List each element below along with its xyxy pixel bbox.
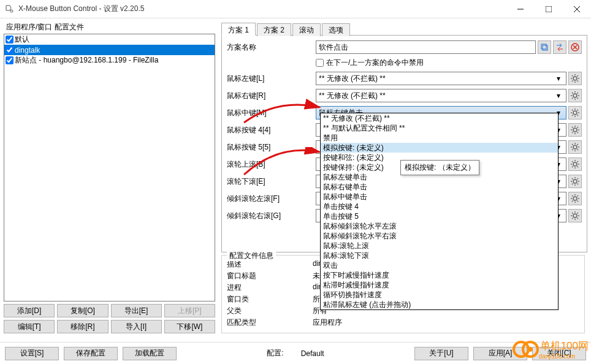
svg-line-72 (578, 178, 579, 180)
remove-button[interactable]: 移除[R] (57, 320, 108, 333)
profile-item[interactable]: 默认 (4, 34, 215, 45)
profile-label: 新站点 - huangbo@192.168.1.199 - FileZilla (15, 55, 158, 66)
load-config-button[interactable]: 加载配置 (123, 347, 177, 360)
svg-line-33 (572, 110, 573, 111)
dropdown-item[interactable]: 单击按键 4 (321, 202, 558, 211)
info-label: 父类 (227, 306, 313, 316)
gear-icon[interactable] (568, 123, 582, 137)
dropdown-item[interactable]: 单击按键 5 (321, 211, 558, 221)
svg-line-54 (578, 144, 579, 145)
maximize-button[interactable] (535, 0, 563, 18)
save-config-button[interactable]: 保存配置 (64, 347, 118, 360)
gear-icon[interactable] (568, 106, 582, 119)
profile-label: dingtalk (15, 46, 40, 55)
dropdown-item[interactable]: 粘滞时减慢指针速度 (321, 280, 558, 290)
mouse-label-6: 滚轮下滚[E] (227, 176, 316, 187)
svg-rect-2 (546, 6, 552, 12)
svg-point-82 (573, 214, 577, 218)
tab-2[interactable]: 滚动 (292, 23, 321, 36)
chevron-down-icon: ▾ (554, 91, 563, 100)
app-icon (5, 4, 15, 14)
profile-item[interactable]: 新站点 - huangbo@192.168.1.199 - FileZilla (4, 55, 215, 66)
svg-line-25 (578, 98, 579, 99)
svg-line-42 (572, 127, 573, 128)
import-button[interactable]: 导入[I] (111, 320, 162, 333)
dropdown-item[interactable]: 鼠标倾斜滚轮水平右滚 (321, 231, 558, 241)
add-button[interactable]: 添加[D] (4, 304, 55, 317)
dropdown-item[interactable]: 鼠标倾斜滚轮水平左滚 (321, 221, 558, 231)
window-title: X-Mouse Button Control - 设置 v2.20.5 (18, 4, 506, 14)
svg-line-62 (572, 167, 573, 168)
svg-line-90 (578, 213, 579, 214)
mouse-label-2: 鼠标中键[M] (227, 108, 316, 118)
delete-scheme-icon[interactable] (568, 40, 582, 54)
gear-icon[interactable] (568, 72, 582, 85)
tabs: 方案 1方案 2滚动选项 (221, 22, 587, 36)
scheme-name-input[interactable] (316, 40, 536, 54)
mouse-combo-0[interactable]: ** 无修改 (不拦截) **▾ (316, 72, 566, 85)
edit-button[interactable]: 编辑[T] (4, 320, 55, 333)
svg-line-89 (572, 218, 573, 219)
dropdown-item[interactable]: 鼠标:滚轮上滚 (321, 241, 558, 251)
tab-0[interactable]: 方案 1 (221, 23, 256, 36)
minimize-button[interactable] (506, 0, 535, 18)
svg-point-28 (573, 111, 577, 115)
dropdown-item[interactable]: 模拟按键: (未定义) (321, 143, 558, 153)
gear-icon[interactable] (568, 140, 582, 154)
gear-icon[interactable] (568, 89, 582, 102)
disable-in-next-prev-checkbox[interactable] (316, 59, 324, 67)
swap-scheme-icon[interactable] (553, 40, 566, 54)
profile-label: 默认 (15, 34, 29, 45)
tooltip: 模拟按键: （未定义） (400, 160, 479, 175)
profile-checkbox[interactable] (6, 56, 13, 64)
gear-icon[interactable] (568, 192, 582, 205)
close-button[interactable] (563, 0, 591, 18)
svg-line-61 (578, 167, 579, 168)
copy-scheme-icon[interactable] (538, 40, 551, 54)
svg-line-81 (578, 195, 579, 197)
profile-list[interactable]: 默认dingtalk新站点 - huangbo@192.168.1.199 - … (4, 34, 215, 301)
info-label: 窗口标题 (227, 271, 313, 281)
svg-line-79 (578, 201, 579, 202)
dropdown-item[interactable]: 禁用 (321, 133, 558, 143)
svg-line-53 (572, 150, 573, 151)
svg-line-45 (578, 127, 579, 128)
dropdown-item[interactable]: 循环切换指针速度 (321, 290, 558, 300)
svg-point-37 (573, 128, 577, 132)
dropdown-item[interactable]: 鼠标右键单击 (321, 182, 558, 192)
tab-3[interactable]: 选项 (322, 23, 350, 36)
config-value: Default (301, 349, 324, 358)
profile-item[interactable]: dingtalk (4, 45, 215, 55)
mouse-label-0: 鼠标左键[L] (227, 74, 316, 84)
settings-button[interactable]: 设置[S] (5, 347, 59, 360)
tab-1[interactable]: 方案 2 (257, 23, 291, 36)
gear-icon[interactable] (568, 157, 582, 171)
dropdown-item[interactable]: ** 无修改 (不拦截) ** (321, 113, 558, 123)
dropdown-item[interactable]: 鼠标:滚轮下滚 (321, 251, 558, 260)
gear-icon[interactable] (568, 175, 582, 188)
svg-point-64 (573, 180, 577, 183)
svg-line-78 (572, 195, 573, 197)
export-button[interactable]: 导出[E] (111, 304, 162, 317)
mouse-combo-1[interactable]: ** 无修改 (不拦截) **▾ (316, 89, 566, 102)
dropdown-item[interactable]: 按下时减慢指针速度 (321, 270, 558, 280)
moveup-button[interactable]: 上移[P] (164, 304, 215, 317)
dropdown-item[interactable]: 双击 (321, 260, 558, 270)
svg-point-0 (10, 10, 13, 12)
svg-point-10 (573, 77, 577, 80)
dropdown-list[interactable]: ** 无修改 (不拦截) **** 与默认配置文件相同 **禁用模拟按键: (未… (320, 113, 559, 310)
svg-line-27 (578, 93, 579, 94)
profile-checkbox[interactable] (6, 36, 13, 44)
apply-button[interactable]: 应用[A] (473, 347, 527, 360)
about-button[interactable]: 关于[U] (414, 347, 468, 360)
profile-checkbox[interactable] (6, 46, 13, 54)
dropdown-item[interactable]: 粘滞鼠标左键 (点击并拖动) (321, 300, 558, 309)
copy-button[interactable]: 复制[O] (57, 304, 108, 317)
dropdown-item[interactable]: ** 与默认配置文件相同 ** (321, 123, 558, 133)
movedown-button[interactable]: 下移[W] (164, 320, 215, 333)
config-label: 配置: (267, 348, 283, 358)
gear-icon[interactable] (568, 209, 582, 222)
close-dialog-button[interactable]: 关闭[C] (532, 347, 586, 360)
svg-line-69 (572, 178, 573, 180)
dropdown-item[interactable]: 鼠标中键单击 (321, 192, 558, 202)
